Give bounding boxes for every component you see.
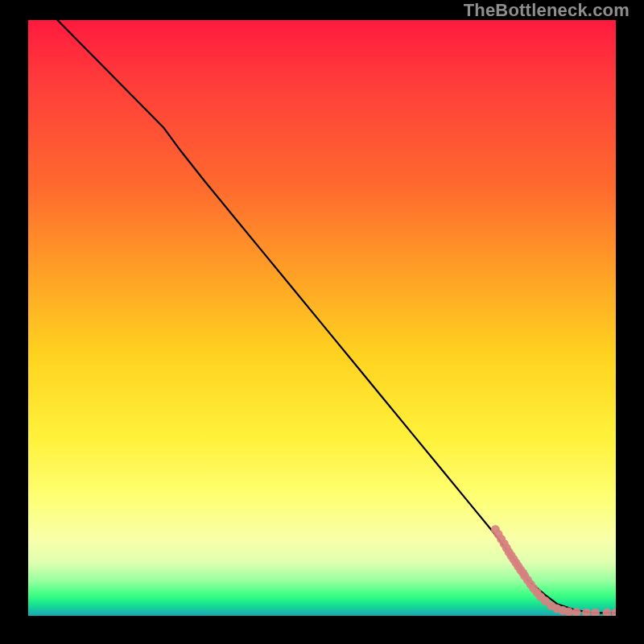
- data-point: [612, 609, 617, 616]
- bottleneck-curve: [58, 20, 617, 613]
- data-point: [603, 609, 612, 616]
- watermark-label: TheBottleneck.com: [464, 0, 630, 21]
- data-point: [564, 607, 573, 616]
- data-point: [582, 609, 591, 616]
- chart-container: TheBottleneck.com: [0, 0, 644, 644]
- plot-overlay: [28, 20, 616, 616]
- points-layer: [491, 525, 616, 616]
- curve-layer: [58, 20, 617, 613]
- plot-area: [28, 20, 616, 616]
- data-point: [591, 609, 600, 616]
